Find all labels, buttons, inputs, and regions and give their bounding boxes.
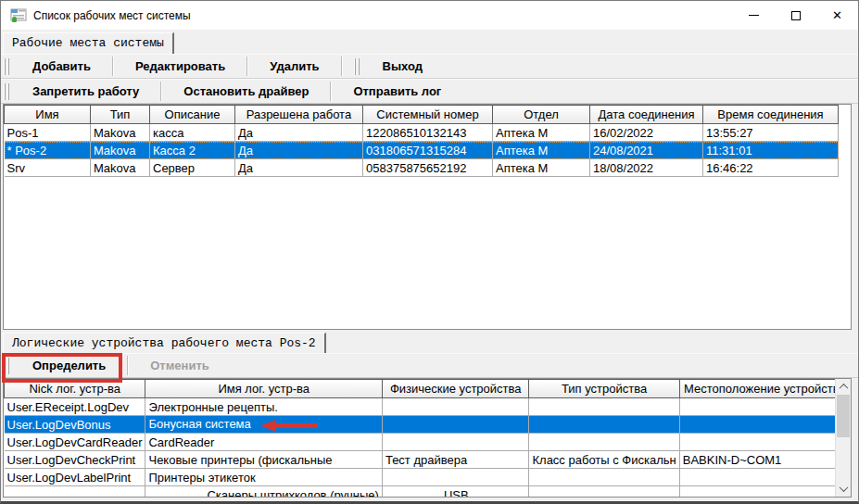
toolbar-grip[interactable]: [4, 58, 11, 75]
column-header-type[interactable]: Тип: [91, 106, 150, 124]
table-cell: [382, 416, 529, 434]
cancel-button[interactable]: Отменить: [132, 354, 228, 377]
toolbar-actions: Запретить работу Остановить драйвер Отпр…: [1, 79, 858, 104]
column-header-conn-date[interactable]: Дата соединения: [590, 106, 703, 124]
column-header-sysnumber[interactable]: Системный номер: [363, 106, 493, 124]
table-cell: [382, 469, 529, 486]
table-cell: [679, 434, 850, 451]
edit-button[interactable]: Редактировать: [117, 55, 244, 78]
maximize-icon: [791, 11, 801, 20]
table-cell: BABKIN-D~COM1: [679, 451, 850, 469]
workstation-row-pos2-selected[interactable]: * Pos-2 Makova Касса 2 Да 03180657131528…: [5, 142, 839, 159]
column-header-allowed[interactable]: Разрешена работа: [235, 106, 363, 124]
app-window: Список рабочих мест системы ✕ Рабочие ме…: [0, 0, 859, 504]
table-cell: [382, 434, 529, 451]
scroll-down-button[interactable]: [836, 481, 852, 497]
table-cell: Да: [235, 124, 363, 142]
device-row-checkprint[interactable]: User.LogDevCheckPrint Чековые принтеры (…: [5, 451, 851, 469]
table-cell: Бонусная система: [145, 416, 382, 434]
table-cell: Электронные рецепты.: [145, 398, 382, 416]
app-icon: [10, 8, 27, 23]
table-cell: [679, 486, 850, 498]
column-header-name[interactable]: Имя: [5, 106, 91, 124]
scroll-up-button[interactable]: [836, 379, 852, 395]
table-cell: Сервер: [150, 159, 235, 177]
toolbar-grip[interactable]: [4, 358, 11, 374]
table-cell: [679, 469, 850, 486]
column-header-location[interactable]: Местоположение устройства: [679, 380, 850, 398]
table-cell: Сканеры штрихкодов (ручные): [145, 486, 382, 498]
window-controls: ✕: [733, 1, 858, 30]
table-cell: Да: [235, 142, 363, 159]
window-title: Список рабочих мест системы: [33, 9, 191, 22]
workstation-row-srv[interactable]: Srv Makova Сервер Да 058375875652192 Апт…: [5, 159, 839, 177]
column-header-devtype[interactable]: Тип устройства: [529, 380, 679, 398]
table-cell: [529, 416, 679, 434]
tab-workstations[interactable]: Рабочие места системы: [3, 32, 174, 54]
column-header-physical[interactable]: Физические устройства: [382, 380, 529, 398]
add-button[interactable]: Добавить: [14, 55, 109, 78]
column-header-department[interactable]: Отдел: [493, 106, 590, 124]
toolbar-separator: [112, 57, 114, 76]
device-row-labelprint[interactable]: User.LogDevLabelPrint Принтеры этикеток: [5, 469, 851, 486]
column-header-devname[interactable]: Имя лог. устр-ва: [145, 380, 382, 398]
titlebar: Список рабочих мест системы ✕: [1, 1, 858, 30]
toolbar-separator: [246, 57, 248, 76]
device-row-bonus-selected[interactable]: User.LogDevBonus Бонусная система: [5, 416, 851, 434]
table-cell: 16:46:22: [703, 159, 839, 177]
stop-driver-button[interactable]: Остановить драйвер: [165, 80, 327, 103]
device-row-partial[interactable]: Сканеры штрихкодов (ручные) USB: [5, 486, 851, 498]
table-cell: Да: [235, 159, 363, 177]
column-header-description[interactable]: Описание: [150, 106, 235, 124]
toolbar-grip[interactable]: [354, 58, 361, 75]
table-cell: 058375875652192: [363, 159, 493, 177]
delete-button[interactable]: Удалить: [251, 55, 337, 78]
column-header-conn-time[interactable]: Время соединения: [703, 106, 839, 124]
toolbar-grip[interactable]: [4, 83, 11, 100]
device-row-cardreader[interactable]: User.LogDevCardReader CardReader: [5, 434, 851, 451]
table-cell: Аптека М: [493, 142, 590, 159]
table-cell: CardReader: [145, 434, 382, 451]
table-cell: 122086510132143: [363, 124, 493, 142]
forbid-work-button[interactable]: Запретить работу: [14, 80, 158, 103]
vertical-scrollbar[interactable]: [835, 379, 851, 497]
table-cell: Аптека М: [493, 159, 590, 177]
workstation-row-pos1[interactable]: Pos-1 Makova касса Да 122086510132143 Ап…: [5, 124, 839, 142]
table-cell: [529, 469, 679, 486]
toolbar-separator: [341, 57, 343, 76]
close-icon: ✕: [832, 9, 842, 21]
table-cell: 16/02/2022: [590, 124, 703, 142]
toolbar-main: Добавить Редактировать Удалить Выход: [1, 54, 858, 79]
toolbar-separator: [160, 82, 162, 101]
annotation-arrow-icon: [260, 420, 318, 432]
define-button[interactable]: Определить: [14, 354, 124, 377]
table-cell: User.EReceipt.LogDev: [5, 398, 145, 416]
send-log-button[interactable]: Отправить лог: [335, 80, 460, 103]
table-cell: 24/08/2021: [590, 142, 703, 159]
maximize-button[interactable]: [775, 1, 816, 30]
minimize-button[interactable]: [733, 1, 775, 30]
table-cell: Srv: [5, 159, 91, 177]
table-cell: [5, 486, 145, 498]
scrollbar-thumb[interactable]: [837, 395, 850, 437]
table-cell: Makova: [91, 159, 150, 177]
close-button[interactable]: ✕: [816, 1, 858, 30]
workstations-table: Имя Тип Описание Разрешена работа Систем…: [3, 104, 852, 330]
table-cell: 031806571315284: [363, 142, 493, 159]
table-cell: Касса 2: [150, 142, 235, 159]
toolbar-separator: [127, 356, 129, 375]
table-cell: Класс работы с Фискальн: [529, 451, 679, 469]
table-cell: [529, 398, 679, 416]
workstations-header-row: Имя Тип Описание Разрешена работа Систем…: [5, 106, 839, 124]
table-cell: 18/08/2022: [590, 159, 703, 177]
table-cell: [529, 486, 679, 498]
table-cell: User.LogDevBonus: [5, 416, 145, 434]
exit-button[interactable]: Выход: [364, 55, 441, 78]
table-cell: касса: [150, 124, 235, 142]
column-header-nick[interactable]: Nick лог. устр-ва: [5, 380, 145, 398]
table-cell: [382, 398, 529, 416]
device-row-ereceipt[interactable]: User.EReceipt.LogDev Электронные рецепты…: [5, 398, 851, 416]
main-tabstrip: Рабочие места системы: [1, 30, 858, 54]
table-cell: USB: [382, 486, 529, 498]
tab-logical-devices[interactable]: Логические устройства рабочего места Pos…: [3, 333, 326, 354]
